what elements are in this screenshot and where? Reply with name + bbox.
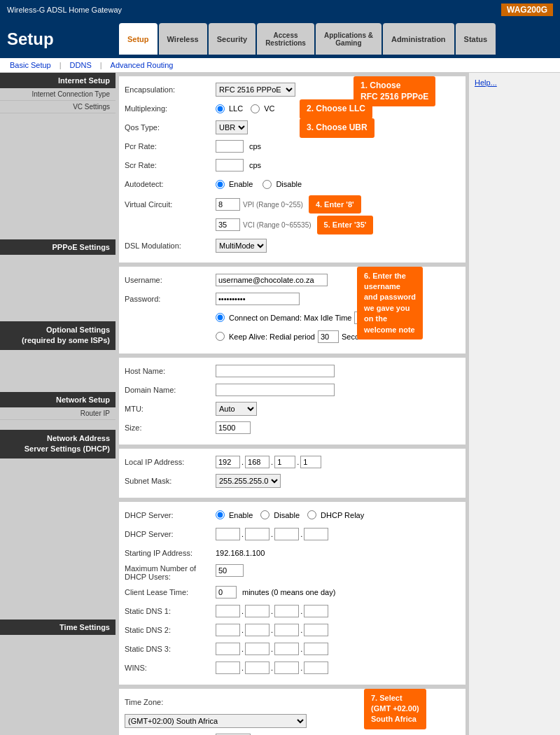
dhcp-disable-radio[interactable] <box>260 510 270 519</box>
wins-ip3[interactable] <box>274 662 299 674</box>
local-ip-row: Local IP Address: . . . <box>125 454 460 470</box>
qos-controls: UBR CBR VBR <box>216 120 248 134</box>
tab-access-restrictions[interactable]: AccessRestrictions <box>257 23 314 55</box>
scr-input[interactable] <box>216 159 244 172</box>
tab-wireless[interactable]: Wireless <box>159 23 207 55</box>
connect-demand-radio[interactable] <box>216 313 225 322</box>
local-ip-3[interactable] <box>274 456 295 468</box>
wins-controls: . . . <box>216 662 328 674</box>
product-name: Wireless-G ADSL Home Gateway <box>7 6 122 14</box>
wins-ip4[interactable] <box>304 662 328 674</box>
keep-alive-input[interactable] <box>318 330 339 343</box>
dhcp-enable-radio[interactable] <box>216 510 225 519</box>
dns3-ip1[interactable] <box>216 643 240 655</box>
keep-alive-radio[interactable] <box>216 332 225 341</box>
client-lease-input[interactable] <box>216 586 237 598</box>
multiplexing-llc-radio[interactable] <box>216 104 225 113</box>
sub-tab-ddns[interactable]: DDNS <box>67 61 94 69</box>
pcr-unit: cps <box>249 142 261 150</box>
scr-label: Scr Rate: <box>125 161 216 169</box>
wins-label: WINS: <box>125 664 216 672</box>
encapsulation-select[interactable]: RFC 2516 PPPoE RFC 1483 Bridged <box>216 83 295 97</box>
autodetect-disable-radio[interactable] <box>262 180 272 189</box>
dns1-ip1[interactable] <box>216 605 240 617</box>
password-input[interactable] <box>216 293 300 305</box>
static-dns2-row: Static DNS 2: . . . <box>125 622 460 638</box>
local-ip-4[interactable] <box>300 456 321 468</box>
sidebar-dhcp-title: Network AddressServer Settings (DHCP) <box>0 430 115 458</box>
tab-status[interactable]: Status <box>456 23 496 55</box>
sidebar-optional-settings-title: Optional Settings(required by some ISPs) <box>0 321 115 350</box>
dns3-ip2[interactable] <box>245 643 270 655</box>
local-ip-1[interactable] <box>216 456 240 468</box>
host-name-controls <box>216 365 335 377</box>
dns2-ip4[interactable] <box>304 624 328 636</box>
help-link[interactable]: Help... <box>475 78 497 87</box>
mtu-row: MTU: Auto Manual <box>125 401 460 416</box>
client-lease-controls: minutes (0 means one day) <box>216 586 335 598</box>
dns1-ip4[interactable] <box>304 605 328 617</box>
tab-administration[interactable]: Administration <box>383 23 454 55</box>
nav-tabs: Setup Wireless Security AccessRestrictio… <box>119 23 553 55</box>
dhcp-relay-radio[interactable] <box>307 510 316 519</box>
wins-row: WINS: . . . <box>125 660 460 676</box>
autodetect-enable-radio[interactable] <box>216 180 225 189</box>
dsl-controls: MultiMode T1.413 G.DMT <box>216 239 267 253</box>
vci-input[interactable] <box>216 218 240 231</box>
dsl-select[interactable]: MultiMode T1.413 G.DMT <box>216 239 267 253</box>
sub-tab-basic-setup[interactable]: Basic Setup <box>7 61 54 69</box>
subnet-mask-select[interactable]: 255.255.255.0 255.255.0.0 255.0.0.0 <box>216 474 281 488</box>
sub-tab-advanced-routing[interactable]: Advanced Routing <box>108 61 176 69</box>
multiplexing-vc-radio[interactable] <box>251 104 260 113</box>
pcr-input[interactable] <box>216 140 244 153</box>
dhcp-enable-label: Enable <box>229 511 253 519</box>
autodetect-controls: Enable Disable <box>216 180 302 189</box>
tab-applications-gaming[interactable]: Applications &Gaming <box>316 23 382 55</box>
host-name-input[interactable] <box>216 365 335 377</box>
model-badge: WAG200G <box>501 4 553 16</box>
sub-nav: Basic Setup | DDNS | Advanced Routing <box>0 58 560 73</box>
username-input[interactable] <box>216 274 328 286</box>
static-dns1-label: Static DNS 1: <box>125 607 216 615</box>
mtu-select[interactable]: Auto Manual <box>216 402 257 416</box>
dns3-ip3[interactable] <box>274 643 299 655</box>
dns1-ip2[interactable] <box>245 605 270 617</box>
starting-ip-value: 192.168.1.100 <box>216 549 265 557</box>
dns2-ip1[interactable] <box>216 624 240 636</box>
dsl-label: DSL Modulation: <box>125 241 216 250</box>
vci-range-label: VCI (Range 0~65535) <box>243 221 312 229</box>
tab-security[interactable]: Security <box>209 23 255 55</box>
dhcp-ip-2[interactable] <box>245 528 270 540</box>
dhcp-server2-label: DHCP Server: <box>125 530 216 538</box>
domain-name-label: Domain Name: <box>125 386 216 394</box>
virtual-circuit-label: Virtual Circuit: <box>125 200 216 209</box>
tab-setup[interactable]: Setup <box>119 23 158 55</box>
scr-row: Scr Rate: cps <box>125 158 460 173</box>
wins-ip1[interactable] <box>216 662 240 674</box>
dns2-ip2[interactable] <box>245 624 270 636</box>
max-users-input[interactable] <box>216 564 244 577</box>
dhcp-ip-4[interactable] <box>304 528 328 540</box>
sidebar-router-ip: Router IP <box>0 407 115 420</box>
dhcp-ip-3[interactable] <box>274 528 299 540</box>
dns3-ip4[interactable] <box>304 643 328 655</box>
autodetect-row: Autodetect: Enable Disable <box>125 176 460 192</box>
local-ip-label: Local IP Address: <box>125 458 216 466</box>
dhcp-ip-1[interactable] <box>216 528 240 540</box>
dns2-ip3[interactable] <box>274 624 299 636</box>
internet-setup-section: 1. ChooseRFC 2516 PPPoE Encapsulation: R… <box>118 76 466 263</box>
qos-select[interactable]: UBR CBR VBR <box>216 120 248 134</box>
dhcp-server-row: DHCP Server: Enable Disable DHCP Relay <box>125 507 460 523</box>
time-zone-select[interactable]: (GMT+02:00) South Africa <box>125 714 307 728</box>
password-controls <box>216 293 300 305</box>
domain-name-input[interactable] <box>216 384 335 396</box>
max-users-label: Maximum Number ofDHCP Users: <box>125 564 216 581</box>
wins-ip2[interactable] <box>245 662 270 674</box>
local-ip-2[interactable] <box>245 456 270 468</box>
vpi-input[interactable] <box>216 198 240 211</box>
autodetect-enable-label: Enable <box>229 180 253 188</box>
time-interval-row: Time Interval : seconds <box>125 732 460 735</box>
dns1-ip3[interactable] <box>274 605 299 617</box>
dhcp-server-ip-row: DHCP Server: . . . <box>125 526 460 542</box>
size-input[interactable] <box>216 421 251 434</box>
